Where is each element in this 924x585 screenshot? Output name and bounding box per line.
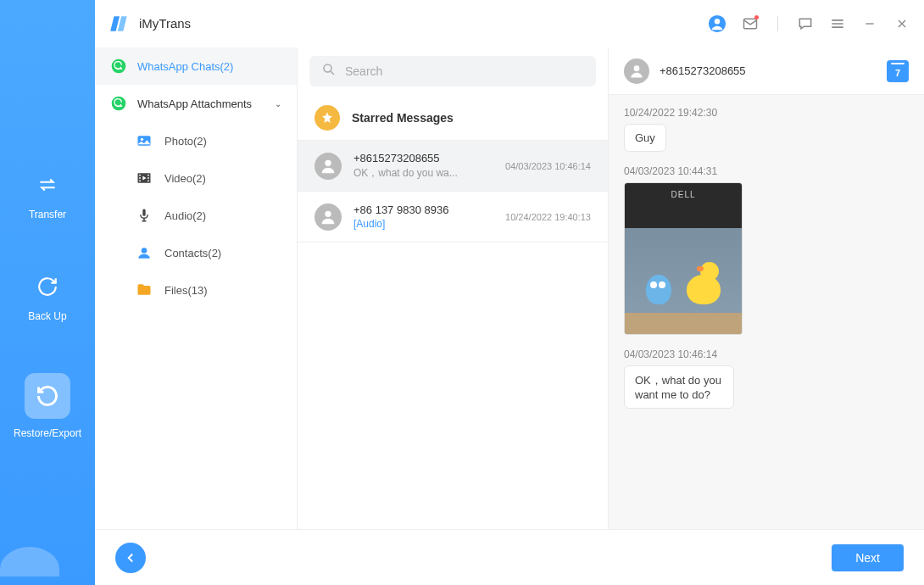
category-files[interactable]: Files(13) [95,271,297,309]
whatsapp-icon [110,58,127,75]
nav-backup-label: Back Up [28,310,66,322]
category-contacts[interactable]: Contacts(2) [95,234,297,271]
svg-point-16 [324,64,331,72]
search-input[interactable] [345,64,584,78]
message-0: 10/24/2022 19:42:30 Guy [624,107,909,152]
app-title: iMyTrans [139,16,191,31]
avatar-icon [314,203,342,231]
category-audio-label: Audio(2) [164,209,206,222]
svg-point-19 [634,65,640,71]
svg-point-1 [715,19,720,24]
search-icon [321,62,337,81]
chat-name: +8615273208655 [353,152,493,164]
close-icon[interactable] [893,15,910,32]
calendar-day: 7 [895,68,900,78]
conversation-body[interactable]: 10/24/2022 19:42:30 Guy 04/03/2023 10:44… [609,95,924,529]
svg-point-18 [325,210,331,216]
cloud-decoration [0,547,59,577]
chat-name: +86 137 9830 8936 [353,203,493,216]
chat-row-0[interactable]: +8615273208655 OK，what do you wa... 04/0… [298,141,608,192]
starred-label: Starred Messages [352,111,454,125]
video-icon [136,170,153,187]
chat-time: 04/03/2023 10:46:14 [505,161,591,171]
chat-preview: [Audio] [353,218,493,230]
footer-bar: Next [95,529,924,585]
svg-point-6 [141,138,143,141]
calendar-icon[interactable]: 7 [887,60,909,82]
category-panel: WhatsApp Chats(2) WhatsApp Attachments ⌄… [95,47,297,529]
starred-messages-row[interactable]: Starred Messages [298,95,608,141]
header-icons [708,14,910,33]
next-button[interactable]: Next [832,544,904,571]
left-sidebar: Transfer Back Up Restore/Export [0,0,95,585]
svg-rect-12 [148,177,149,179]
search-box[interactable] [309,56,596,86]
header-bar: iMyTrans [95,0,924,47]
feedback-icon[interactable] [797,15,814,32]
category-photo-label: Photo(2) [164,135,207,148]
message-image[interactable] [624,182,743,335]
nav-backup[interactable]: Back Up [28,271,66,322]
nav-transfer[interactable]: Transfer [29,170,66,220]
category-whatsapp-attachments[interactable]: WhatsApp Attachments ⌄ [95,85,297,122]
message-2: 04/03/2023 10:46:14 OK，what do you want … [624,348,909,409]
header-divider [777,16,778,31]
conversation-header: +8615273208655 7 [609,47,924,95]
svg-rect-13 [148,181,149,182]
category-contacts-label: Contacts(2) [164,247,221,259]
nav-transfer-label: Transfer [29,209,66,220]
category-video-label: Video(2) [164,172,206,185]
transfer-icon [32,170,63,200]
svg-rect-14 [142,209,145,216]
whatsapp-icon [110,95,127,112]
svg-point-17 [325,159,331,165]
nav-restore-label: Restore/Export [14,427,81,439]
photo-icon [136,132,153,149]
restore-icon [25,373,70,419]
message-text: OK，what do you want me to do? [624,365,734,409]
svg-rect-10 [139,181,141,182]
audio-icon [136,207,153,224]
app-logo-icon [109,13,131,35]
nav-restore-export[interactable]: Restore/Export [14,373,81,439]
category-whatsapp-chats[interactable]: WhatsApp Chats(2) [95,47,297,85]
svg-rect-9 [139,177,141,179]
chat-row-1[interactable]: +86 137 9830 8936 [Audio] 10/24/2022 19:… [298,192,608,242]
avatar-icon [314,153,342,180]
menu-icon[interactable] [829,15,846,32]
conversation-panel: +8615273208655 7 10/24/2022 19:42:30 Guy… [609,47,924,529]
category-photo[interactable]: Photo(2) [95,122,297,159]
chat-time: 10/24/2022 19:40:13 [505,212,591,222]
chat-list-panel: Starred Messages +8615273208655 OK，what … [297,47,609,529]
message-1: 04/03/2023 10:44:31 [624,165,909,335]
minimize-icon[interactable] [861,15,878,32]
svg-rect-8 [139,175,141,176]
star-icon [314,105,340,131]
content-row: WhatsApp Chats(2) WhatsApp Attachments ⌄… [95,47,924,529]
category-video[interactable]: Video(2) [95,159,297,197]
user-account-icon[interactable] [708,14,726,33]
back-button[interactable] [115,543,146,573]
contacts-icon [136,244,153,261]
chat-preview: OK，what do you wa... [353,166,493,181]
message-timestamp: 04/03/2023 10:46:14 [624,348,909,360]
category-files-label: Files(13) [164,284,208,297]
svg-rect-11 [148,175,149,176]
category-chats-label: WhatsApp Chats(2) [137,60,233,73]
message-text: Guy [624,124,666,152]
category-audio[interactable]: Audio(2) [95,197,297,234]
main-area: iMyTrans [95,0,924,585]
conversation-title: +8615273208655 [660,64,877,77]
message-timestamp: 10/24/2022 19:42:30 [624,107,909,119]
backup-icon [32,271,63,302]
files-icon [136,281,153,298]
logo-wrap: iMyTrans [109,13,191,35]
svg-point-15 [142,248,148,254]
category-attachments-label: WhatsApp Attachments [137,98,252,110]
mail-icon[interactable] [742,15,759,32]
avatar-icon [624,58,649,84]
message-timestamp: 04/03/2023 10:44:31 [624,165,909,177]
chevron-down-icon: ⌄ [275,99,281,109]
